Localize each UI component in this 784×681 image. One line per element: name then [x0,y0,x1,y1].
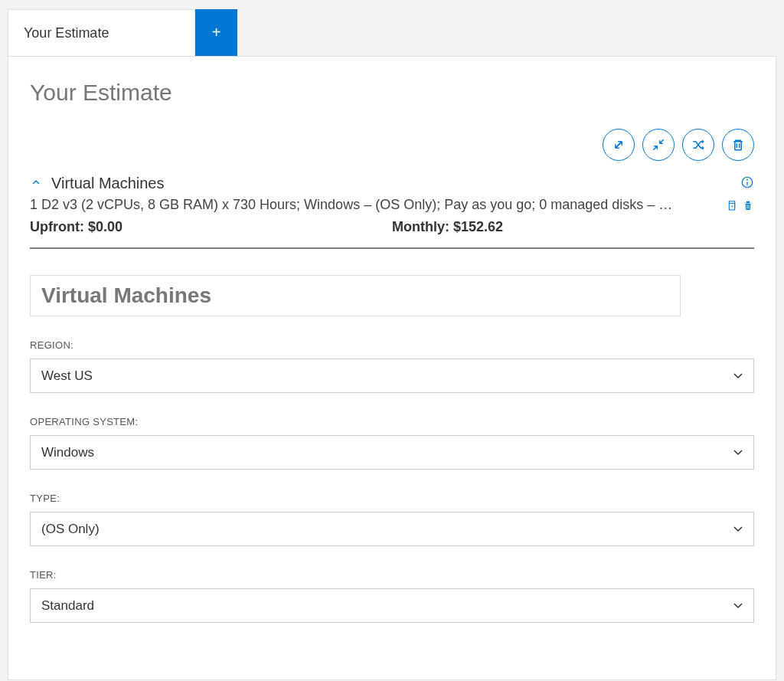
svg-text:+: + [730,204,733,209]
service-name-input[interactable] [30,275,681,316]
item-header: Virtual Machines [30,175,754,192]
collapse-icon [651,137,666,152]
os-label: OPERATING SYSTEM: [30,416,754,427]
svg-point-2 [747,179,748,180]
type-label: TYPE: [30,493,754,504]
upfront-cost: Upfront: $0.00 [30,219,392,235]
item-title: Virtual Machines [51,175,164,192]
tab-your-estimate[interactable]: Your Estimate [8,9,195,56]
item-description-row: 1 D2 v3 (2 vCPUs, 8 GB RAM) x 730 Hours;… [30,197,754,213]
tier-select[interactable]: Standard [30,588,754,623]
main-panel: Your Estimate [8,56,776,680]
tabs-row: Your Estimate + [8,9,776,56]
svg-rect-6 [748,205,749,208]
tier-label: TIER: [30,569,754,581]
os-select[interactable]: Windows [30,435,754,470]
region-select[interactable]: West US [30,359,754,393]
delete-button[interactable] [722,129,754,161]
plus-icon: + [212,24,221,41]
svg-rect-5 [746,205,747,208]
expand-icon [611,137,626,152]
shuffle-icon [691,137,706,152]
type-select[interactable]: (OS Only) [30,512,754,546]
expand-button[interactable] [603,129,635,161]
cost-row: Upfront: $0.00 Monthly: $152.62 [30,219,754,249]
collapse-button[interactable] [642,129,675,161]
monthly-cost: Monthly: $152.62 [392,219,754,235]
copy-icon[interactable]: + [725,199,737,211]
action-buttons-row [30,129,754,161]
region-label: REGION: [30,339,754,351]
chevron-up-icon[interactable] [30,176,42,192]
trash-icon [730,137,746,152]
info-icon[interactable] [740,175,754,192]
page-title: Your Estimate [30,80,754,106]
svg-rect-7 [749,205,750,208]
shuffle-button[interactable] [682,129,714,161]
delete-item-icon[interactable] [742,199,754,211]
item-description: 1 D2 v3 (2 vCPUs, 8 GB RAM) x 730 Hours;… [30,197,717,213]
tab-add-button[interactable]: + [195,9,237,56]
tab-label: Your Estimate [24,25,109,41]
